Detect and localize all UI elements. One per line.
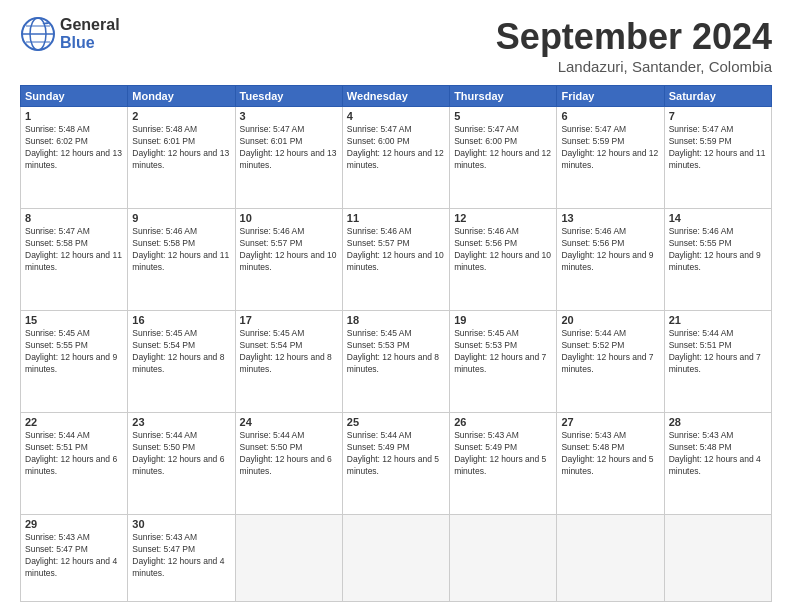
calendar-cell: 6Sunrise: 5:47 AMSunset: 5:59 PMDaylight… <box>557 107 664 209</box>
calendar-cell: 30Sunrise: 5:43 AMSunset: 5:47 PMDayligh… <box>128 514 235 601</box>
day-number: 19 <box>454 314 552 326</box>
calendar-cell: 10Sunrise: 5:46 AMSunset: 5:57 PMDayligh… <box>235 208 342 310</box>
calendar-cell: 23Sunrise: 5:44 AMSunset: 5:50 PMDayligh… <box>128 412 235 514</box>
title-block: September 2024 Landazuri, Santander, Col… <box>496 16 772 75</box>
day-number: 30 <box>132 518 230 530</box>
day-info: Sunrise: 5:44 AMSunset: 5:52 PMDaylight:… <box>561 328 659 376</box>
day-info: Sunrise: 5:44 AMSunset: 5:50 PMDaylight:… <box>132 430 230 478</box>
calendar-cell: 4Sunrise: 5:47 AMSunset: 6:00 PMDaylight… <box>342 107 449 209</box>
weekday-header-saturday: Saturday <box>664 86 771 107</box>
calendar-cell: 7Sunrise: 5:47 AMSunset: 5:59 PMDaylight… <box>664 107 771 209</box>
weekday-header-row: SundayMondayTuesdayWednesdayThursdayFrid… <box>21 86 772 107</box>
day-info: Sunrise: 5:43 AMSunset: 5:47 PMDaylight:… <box>25 532 123 580</box>
day-info: Sunrise: 5:46 AMSunset: 5:55 PMDaylight:… <box>669 226 767 274</box>
calendar-cell: 16Sunrise: 5:45 AMSunset: 5:54 PMDayligh… <box>128 310 235 412</box>
globe-icon <box>20 16 56 52</box>
day-info: Sunrise: 5:45 AMSunset: 5:53 PMDaylight:… <box>454 328 552 376</box>
calendar-cell <box>235 514 342 601</box>
day-number: 29 <box>25 518 123 530</box>
day-number: 27 <box>561 416 659 428</box>
day-number: 23 <box>132 416 230 428</box>
day-info: Sunrise: 5:45 AMSunset: 5:53 PMDaylight:… <box>347 328 445 376</box>
day-info: Sunrise: 5:47 AMSunset: 6:00 PMDaylight:… <box>454 124 552 172</box>
calendar-cell: 21Sunrise: 5:44 AMSunset: 5:51 PMDayligh… <box>664 310 771 412</box>
calendar-cell: 17Sunrise: 5:45 AMSunset: 5:54 PMDayligh… <box>235 310 342 412</box>
calendar-cell <box>664 514 771 601</box>
day-info: Sunrise: 5:47 AMSunset: 5:59 PMDaylight:… <box>561 124 659 172</box>
day-info: Sunrise: 5:44 AMSunset: 5:50 PMDaylight:… <box>240 430 338 478</box>
day-number: 6 <box>561 110 659 122</box>
day-info: Sunrise: 5:46 AMSunset: 5:57 PMDaylight:… <box>240 226 338 274</box>
calendar-table: SundayMondayTuesdayWednesdayThursdayFrid… <box>20 85 772 602</box>
calendar-cell: 5Sunrise: 5:47 AMSunset: 6:00 PMDaylight… <box>450 107 557 209</box>
day-info: Sunrise: 5:47 AMSunset: 5:59 PMDaylight:… <box>669 124 767 172</box>
logo-blue-text: Blue <box>60 34 120 52</box>
day-info: Sunrise: 5:48 AMSunset: 6:01 PMDaylight:… <box>132 124 230 172</box>
calendar-cell: 18Sunrise: 5:45 AMSunset: 5:53 PMDayligh… <box>342 310 449 412</box>
day-number: 4 <box>347 110 445 122</box>
weekday-header-thursday: Thursday <box>450 86 557 107</box>
day-info: Sunrise: 5:45 AMSunset: 5:54 PMDaylight:… <box>132 328 230 376</box>
day-info: Sunrise: 5:46 AMSunset: 5:56 PMDaylight:… <box>561 226 659 274</box>
day-info: Sunrise: 5:45 AMSunset: 5:54 PMDaylight:… <box>240 328 338 376</box>
calendar-cell: 20Sunrise: 5:44 AMSunset: 5:52 PMDayligh… <box>557 310 664 412</box>
calendar-cell: 15Sunrise: 5:45 AMSunset: 5:55 PMDayligh… <box>21 310 128 412</box>
calendar-cell: 1Sunrise: 5:48 AMSunset: 6:02 PMDaylight… <box>21 107 128 209</box>
week-row-1: 1Sunrise: 5:48 AMSunset: 6:02 PMDaylight… <box>21 107 772 209</box>
calendar-cell: 28Sunrise: 5:43 AMSunset: 5:48 PMDayligh… <box>664 412 771 514</box>
day-info: Sunrise: 5:47 AMSunset: 6:00 PMDaylight:… <box>347 124 445 172</box>
day-number: 1 <box>25 110 123 122</box>
week-row-4: 22Sunrise: 5:44 AMSunset: 5:51 PMDayligh… <box>21 412 772 514</box>
day-number: 11 <box>347 212 445 224</box>
calendar-cell: 29Sunrise: 5:43 AMSunset: 5:47 PMDayligh… <box>21 514 128 601</box>
day-number: 7 <box>669 110 767 122</box>
day-number: 16 <box>132 314 230 326</box>
logo: General Blue <box>20 16 120 52</box>
day-number: 12 <box>454 212 552 224</box>
day-number: 21 <box>669 314 767 326</box>
calendar-page: General Blue September 2024 Landazuri, S… <box>0 0 792 612</box>
day-number: 5 <box>454 110 552 122</box>
logo-general-text: General <box>60 16 120 34</box>
day-number: 9 <box>132 212 230 224</box>
day-number: 10 <box>240 212 338 224</box>
day-info: Sunrise: 5:46 AMSunset: 5:58 PMDaylight:… <box>132 226 230 274</box>
day-info: Sunrise: 5:44 AMSunset: 5:51 PMDaylight:… <box>25 430 123 478</box>
day-number: 26 <box>454 416 552 428</box>
calendar-cell <box>450 514 557 601</box>
day-info: Sunrise: 5:43 AMSunset: 5:48 PMDaylight:… <box>669 430 767 478</box>
calendar-cell: 13Sunrise: 5:46 AMSunset: 5:56 PMDayligh… <box>557 208 664 310</box>
day-number: 3 <box>240 110 338 122</box>
weekday-header-tuesday: Tuesday <box>235 86 342 107</box>
calendar-cell: 26Sunrise: 5:43 AMSunset: 5:49 PMDayligh… <box>450 412 557 514</box>
day-number: 25 <box>347 416 445 428</box>
calendar-cell: 25Sunrise: 5:44 AMSunset: 5:49 PMDayligh… <box>342 412 449 514</box>
day-info: Sunrise: 5:45 AMSunset: 5:55 PMDaylight:… <box>25 328 123 376</box>
day-number: 17 <box>240 314 338 326</box>
day-number: 13 <box>561 212 659 224</box>
day-info: Sunrise: 5:47 AMSunset: 5:58 PMDaylight:… <box>25 226 123 274</box>
calendar-cell: 22Sunrise: 5:44 AMSunset: 5:51 PMDayligh… <box>21 412 128 514</box>
day-info: Sunrise: 5:43 AMSunset: 5:48 PMDaylight:… <box>561 430 659 478</box>
day-number: 24 <box>240 416 338 428</box>
day-info: Sunrise: 5:46 AMSunset: 5:57 PMDaylight:… <box>347 226 445 274</box>
logo-label: General Blue <box>60 16 120 51</box>
day-number: 8 <box>25 212 123 224</box>
day-info: Sunrise: 5:44 AMSunset: 5:51 PMDaylight:… <box>669 328 767 376</box>
calendar-cell: 19Sunrise: 5:45 AMSunset: 5:53 PMDayligh… <box>450 310 557 412</box>
weekday-header-friday: Friday <box>557 86 664 107</box>
day-info: Sunrise: 5:46 AMSunset: 5:56 PMDaylight:… <box>454 226 552 274</box>
weekday-header-wednesday: Wednesday <box>342 86 449 107</box>
day-info: Sunrise: 5:43 AMSunset: 5:49 PMDaylight:… <box>454 430 552 478</box>
day-number: 18 <box>347 314 445 326</box>
header: General Blue September 2024 Landazuri, S… <box>20 16 772 75</box>
day-info: Sunrise: 5:44 AMSunset: 5:49 PMDaylight:… <box>347 430 445 478</box>
weekday-header-monday: Monday <box>128 86 235 107</box>
calendar-cell: 2Sunrise: 5:48 AMSunset: 6:01 PMDaylight… <box>128 107 235 209</box>
week-row-3: 15Sunrise: 5:45 AMSunset: 5:55 PMDayligh… <box>21 310 772 412</box>
location-title: Landazuri, Santander, Colombia <box>496 58 772 75</box>
week-row-5: 29Sunrise: 5:43 AMSunset: 5:47 PMDayligh… <box>21 514 772 601</box>
calendar-cell: 8Sunrise: 5:47 AMSunset: 5:58 PMDaylight… <box>21 208 128 310</box>
calendar-cell: 12Sunrise: 5:46 AMSunset: 5:56 PMDayligh… <box>450 208 557 310</box>
calendar-cell: 24Sunrise: 5:44 AMSunset: 5:50 PMDayligh… <box>235 412 342 514</box>
